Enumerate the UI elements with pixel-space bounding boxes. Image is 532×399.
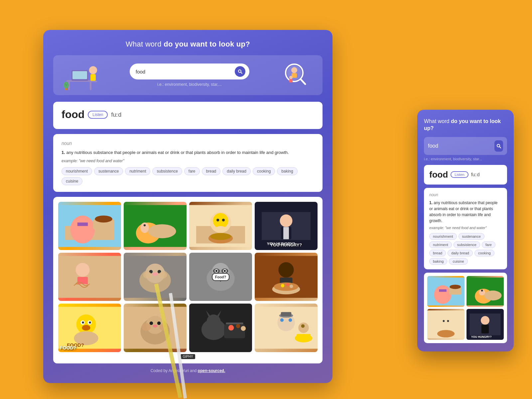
svg-point-89 — [150, 322, 153, 325]
svg-point-125 — [484, 290, 501, 300]
tag-nourishment[interactable]: nourishment — [62, 167, 92, 175]
svg-point-23 — [70, 215, 95, 243]
svg-rect-4 — [72, 71, 87, 79]
illustration-right — [279, 62, 313, 88]
svg-point-31 — [148, 224, 176, 238]
open-source-link[interactable]: open-sourced. — [198, 368, 225, 373]
gif-item[interactable]: YOU HUNGRY? YOU HUNGRY? — [255, 202, 318, 250]
mobile-tag-fare[interactable]: fare — [482, 241, 495, 248]
part-of-speech: noun — [62, 141, 314, 146]
svg-point-81 — [82, 322, 84, 324]
tag-bread[interactable]: bread — [202, 167, 221, 175]
mobile-tag-bread[interactable]: bread — [429, 250, 446, 256]
svg-point-90 — [157, 322, 161, 325]
gif-item[interactable]: FOOD? FOOD? — [58, 304, 121, 352]
gif-item[interactable]: Food? — [189, 253, 252, 301]
illustration-left — [63, 62, 100, 88]
gif-grid: YOU HUNGRY? YOU HUNGRY? — [58, 202, 318, 352]
mobile-example: example: "we need food and water" — [429, 226, 502, 230]
mobile-title: What word do you want to look up? — [424, 118, 507, 132]
mobile-definition-card: noun 1. any nutritious substance that pe… — [424, 188, 507, 269]
footer-credit: Coded by Angela Yuri and open-sourced. — [53, 367, 323, 373]
svg-rect-118 — [439, 289, 446, 292]
svg-point-103 — [241, 326, 246, 331]
mobile-def-text: 1. any nutritious substance that people … — [429, 200, 502, 224]
tag-nutriment[interactable]: nutriment — [125, 167, 150, 175]
mobile-tag-nourishment[interactable]: nourishment — [429, 233, 457, 240]
mobile-tag-subsistence[interactable]: subsistence — [454, 241, 480, 248]
mobile-gif-item[interactable] — [427, 309, 465, 340]
mobile-tag-baking[interactable]: baking — [429, 258, 447, 265]
svg-point-48 — [76, 263, 90, 277]
tag-daily-bread[interactable]: daily bread — [222, 167, 251, 175]
mobile-tags: nourishment sustenance nutriment subsist… — [429, 233, 502, 265]
svg-point-5 — [89, 66, 97, 74]
svg-point-117 — [434, 285, 452, 304]
svg-point-17 — [291, 67, 297, 73]
svg-point-66 — [215, 270, 217, 272]
listen-button[interactable]: Listen — [88, 111, 108, 119]
svg-point-72 — [274, 282, 299, 291]
svg-point-120 — [450, 285, 461, 289]
gif-item[interactable] — [255, 253, 318, 301]
svg-point-40 — [210, 233, 231, 240]
svg-point-36 — [215, 226, 226, 231]
tag-subsistence[interactable]: subsistence — [152, 167, 182, 175]
mobile-gif-item[interactable]: YOU HUNGRY? — [466, 309, 504, 340]
mobile-tag-daily-bread[interactable]: daily bread — [448, 250, 473, 256]
search-button[interactable] — [235, 66, 245, 77]
gif-item[interactable] — [255, 304, 318, 352]
tag-cooking[interactable]: cooking — [253, 167, 275, 175]
svg-rect-109 — [281, 312, 292, 317]
gif-item[interactable] — [58, 202, 121, 250]
tag-baking[interactable]: baking — [277, 167, 297, 175]
definition-card: noun 1. any nutritious substance that pe… — [53, 134, 323, 192]
mobile-tag-cuisine[interactable]: cuisine — [449, 258, 467, 265]
mobile-gif-item[interactable] — [466, 276, 504, 307]
mobile-card: What word do you want to look up? i.e.: … — [417, 110, 514, 351]
gif-item[interactable] — [58, 253, 121, 301]
svg-point-133 — [481, 316, 489, 325]
synonyms-tags: nourishment sustenance nutriment subsist… — [62, 167, 314, 185]
svg-point-29 — [140, 222, 149, 233]
svg-point-107 — [289, 319, 292, 322]
definition-text: 1. any nutritious substance that people … — [62, 149, 314, 156]
word-result-card: food Listen fuːd — [53, 102, 323, 129]
mobile-search-hint: i.e.: environment, biodiversity, star... — [424, 157, 507, 161]
food-bubble: Food? — [212, 273, 230, 281]
svg-point-91 — [142, 323, 151, 331]
gif-item[interactable] — [124, 202, 187, 250]
gif-item[interactable] — [124, 253, 187, 301]
mobile-search-button[interactable] — [494, 140, 503, 152]
gif-item[interactable] — [189, 202, 252, 250]
mobile-tag-sustenance[interactable]: sustenance — [459, 233, 484, 240]
svg-point-57 — [143, 272, 152, 279]
mobile-word: food — [429, 170, 448, 180]
mobile-gif-item[interactable] — [427, 276, 465, 307]
svg-point-106 — [280, 319, 284, 322]
mobile-listen-button[interactable]: Listen — [451, 171, 468, 178]
svg-point-130 — [437, 330, 455, 337]
mobile-tag-nutriment[interactable]: nutriment — [429, 241, 452, 248]
svg-rect-7 — [89, 81, 97, 82]
tag-cuisine[interactable]: cuisine — [62, 177, 82, 185]
svg-rect-100 — [226, 323, 243, 324]
svg-rect-20 — [289, 79, 293, 82]
svg-point-38 — [222, 218, 225, 221]
search-input[interactable] — [136, 69, 235, 74]
mobile-gif-grid: YOU HUNGRY? — [427, 276, 504, 340]
svg-point-93 — [153, 325, 158, 327]
svg-point-26 — [95, 215, 112, 222]
gif-card: YOU HUNGRY? YOU HUNGRY? — [53, 197, 323, 363]
svg-point-102 — [236, 324, 240, 328]
svg-rect-6 — [90, 74, 96, 81]
gif-item[interactable] — [189, 304, 252, 352]
tag-fare[interactable]: fare — [184, 167, 200, 175]
mobile-search-input[interactable] — [428, 143, 494, 149]
example-text: example: "we need food and water" — [62, 159, 314, 163]
tag-sustenance[interactable]: sustenance — [94, 167, 123, 175]
search-area: i.e.: environment, biodiversity, star,..… — [53, 55, 323, 95]
mobile-search-wrapper — [424, 137, 507, 155]
svg-point-74 — [287, 283, 289, 286]
mobile-tag-cooking[interactable]: cooking — [474, 250, 494, 256]
